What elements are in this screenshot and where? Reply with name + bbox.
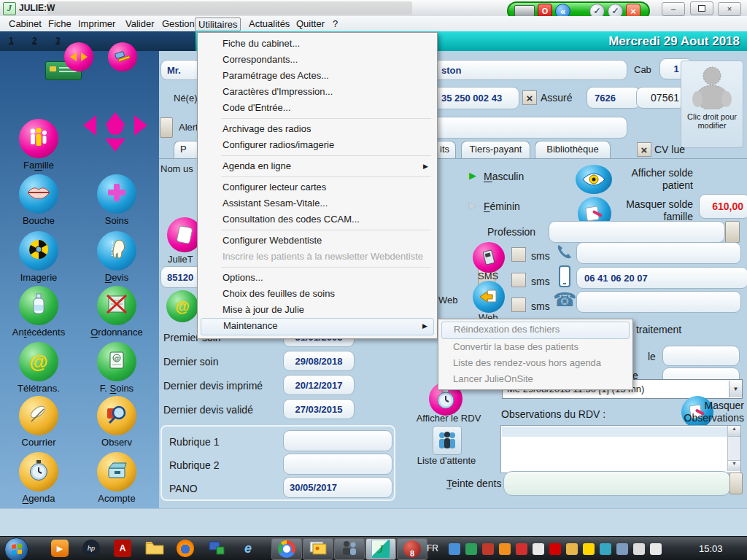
menu-item-configurer-lecteur-cartes[interactable]: Configurer lecteur cartes bbox=[201, 179, 434, 195]
swap-arrows-icon[interactable] bbox=[64, 42, 93, 71]
minimize-button[interactable]: – bbox=[662, 2, 685, 16]
submenu-item-liste-des-rendez-vous-hors-agenda[interactable]: Liste des rendez-vous hors agenda bbox=[441, 355, 630, 371]
menubar-item-utilitaires[interactable]: Utilitaires bbox=[195, 18, 241, 31]
hide-family-balance-label-1[interactable]: Masquer solde bbox=[616, 198, 693, 210]
taskbar-button-photo-viewer-icon[interactable] bbox=[303, 538, 333, 560]
clock[interactable]: 15:03 bbox=[699, 543, 723, 554]
adobe-reader-icon[interactable]: A bbox=[114, 540, 131, 557]
profession-field[interactable] bbox=[549, 221, 725, 243]
observations-textarea[interactable]: ▲ ▼ bbox=[500, 425, 741, 473]
menu-item-param-trage-des-actes[interactable]: Paramétrage des Actes... bbox=[201, 68, 434, 84]
menu-item-configurer-webdentiste[interactable]: Configurer Webdentiste bbox=[201, 233, 434, 249]
menubar-item-fiche[interactable]: Fiche bbox=[45, 18, 74, 30]
sidebar-button-ant-c-dents[interactable] bbox=[19, 286, 58, 325]
firefox-icon[interactable] bbox=[177, 540, 194, 557]
sms-checkbox-2[interactable] bbox=[511, 273, 526, 287]
menubar-item-valider[interactable]: Valider bbox=[123, 18, 158, 30]
sms-icon[interactable] bbox=[473, 242, 505, 273]
sidebar-button-agenda[interactable] bbox=[19, 452, 58, 491]
show-balance-label-2[interactable]: patient bbox=[616, 179, 693, 191]
scroll-down-icon[interactable]: ▼ bbox=[728, 460, 740, 471]
close-button[interactable]: × bbox=[718, 2, 741, 16]
feminin-arrow-icon[interactable]: ▶ bbox=[469, 200, 476, 211]
sms-checkbox-1[interactable] bbox=[511, 247, 526, 262]
submenu-item-convertir-la-base-des-patients[interactable]: Convertir la base des patients bbox=[441, 339, 630, 355]
menubar-item-gestion[interactable]: Gestion bbox=[159, 18, 198, 30]
menubar-item-imprimer[interactable]: Imprimer bbox=[75, 18, 118, 30]
sidebar-button-bouche[interactable] bbox=[19, 174, 58, 214]
tray-flag-icon[interactable] bbox=[533, 543, 544, 555]
menu-item-options[interactable]: Options... bbox=[201, 270, 434, 286]
tray-stack-icon[interactable] bbox=[499, 543, 511, 555]
menu-item-choix-des-feuilles-de-soins[interactable]: Choix des feuilles de soins bbox=[201, 286, 434, 302]
taskbar-button-julie-icon[interactable]: J bbox=[365, 538, 396, 560]
taskbar-button-app8-icon[interactable]: 8 bbox=[397, 538, 427, 560]
sidebar-button-courrier[interactable] bbox=[19, 396, 58, 435]
sidebar-button-acompte[interactable] bbox=[97, 452, 136, 491]
sidebar-button-soins[interactable] bbox=[97, 174, 136, 214]
cv-lue-checkbox[interactable]: × bbox=[637, 142, 651, 157]
nav-right-icon[interactable] bbox=[134, 115, 147, 136]
card-reader-icon[interactable] bbox=[514, 5, 535, 17]
taskbar-button-contacts-icon[interactable] bbox=[334, 538, 365, 560]
date-field-dernier-soin[interactable]: 29/08/2018 bbox=[283, 351, 355, 371]
nav-center-icon[interactable] bbox=[107, 119, 123, 135]
menu-item-maintenance[interactable]: Maintenance▶ bbox=[201, 318, 434, 335]
menubar-item-[interactable]: ? bbox=[330, 18, 341, 30]
menubar-item-actualit-s[interactable]: Actualités bbox=[246, 18, 293, 30]
menu-item-caract-res-d-impression[interactable]: Caractères d'Impression... bbox=[201, 84, 434, 100]
tab-bibliotheque[interactable]: Bibliothèque bbox=[535, 141, 611, 159]
afficher-rdv-label[interactable]: Afficher le RDV bbox=[412, 413, 485, 424]
tray-avira-icon[interactable] bbox=[549, 543, 561, 555]
sidebar-button-devis[interactable]: 123 bbox=[97, 231, 136, 271]
masquer-observations-label-1[interactable]: Masquer bbox=[693, 400, 744, 411]
masculin-option[interactable]: Masculin bbox=[484, 171, 524, 182]
teletrans-mini-icon[interactable]: @ bbox=[166, 290, 198, 322]
rubrique-field-pano[interactable]: 30/05/2017 bbox=[283, 477, 392, 498]
alert-side-button[interactable] bbox=[160, 117, 173, 138]
submenu-item-r-indexation-des-fichiers[interactable]: Réindexation des fichiers bbox=[441, 322, 630, 339]
menu-item-archivage-des-radios[interactable]: Archivage des radios bbox=[201, 121, 434, 137]
tray-sync-icon[interactable] bbox=[600, 543, 611, 555]
feminin-option[interactable]: Féminin bbox=[484, 201, 520, 212]
show-balance-label-1[interactable]: Afficher solde bbox=[616, 167, 693, 179]
tray-mail-icon[interactable] bbox=[566, 543, 578, 555]
maximize-button[interactable] bbox=[690, 1, 713, 15]
menu-item-configurer-radios-imagerie[interactable]: Configurer radios/imagerie bbox=[201, 137, 434, 153]
fax-field[interactable] bbox=[576, 291, 741, 313]
tray-volume-icon[interactable] bbox=[650, 543, 662, 555]
page-tab-1[interactable]: 1 bbox=[9, 36, 14, 46]
menu-item-mise-jour-de-julie[interactable]: Mise à jour de Julie bbox=[201, 302, 434, 318]
sidebar-button-famille[interactable] bbox=[19, 119, 58, 158]
page-tab-3[interactable]: 3 bbox=[55, 36, 61, 46]
tab-tiers-payant[interactable]: Tiers-payant bbox=[461, 141, 530, 159]
profession-browse-button[interactable] bbox=[725, 221, 740, 243]
teinte-dents-field[interactable] bbox=[503, 471, 731, 496]
display-icon[interactable] bbox=[208, 540, 225, 560]
mobile-field[interactable]: 06 41 06 20 07 bbox=[576, 267, 747, 289]
plan-date-field[interactable] bbox=[662, 346, 740, 366]
start-button[interactable] bbox=[4, 537, 28, 560]
taskbar-button-chrome-icon[interactable] bbox=[271, 538, 302, 560]
assure-num-field[interactable]: 7626 bbox=[587, 87, 640, 109]
menubar-item-quitter[interactable]: Quitter bbox=[293, 18, 328, 30]
teinte-dents-button[interactable] bbox=[729, 472, 743, 494]
menu-item-assistant-sesam-vitale[interactable]: Assistant Sesam-Vitale... bbox=[201, 195, 434, 211]
rubrique-field-rubrique-2[interactable] bbox=[283, 454, 392, 475]
civility-field[interactable]: Mr. bbox=[160, 60, 201, 80]
edit-tools-icon[interactable] bbox=[108, 42, 137, 71]
sidebar-button-ordonnance[interactable] bbox=[97, 286, 136, 325]
date-field-dernier-devis-imprim[interactable]: 20/12/2017 bbox=[283, 375, 355, 395]
assure-checkbox[interactable]: × bbox=[522, 90, 537, 105]
tray-search-icon[interactable] bbox=[583, 543, 595, 555]
menu-item-fiche-du-cabinet[interactable]: Fiche du cabinet... bbox=[201, 36, 434, 52]
language-indicator[interactable]: FR bbox=[427, 543, 438, 553]
sidebar-button-f-soins[interactable]: @ bbox=[97, 342, 136, 381]
show-balance-eye-icon[interactable] bbox=[576, 165, 612, 194]
explorer-icon[interactable] bbox=[145, 540, 164, 559]
menu-item-correspondants[interactable]: Correspondants... bbox=[201, 52, 434, 68]
masquer-observations-label-2[interactable]: Observations bbox=[678, 412, 744, 424]
scroll-up-icon[interactable]: ▲ bbox=[728, 426, 740, 437]
tray-d-icon[interactable] bbox=[465, 543, 477, 555]
sms-checkbox-3[interactable] bbox=[511, 298, 526, 312]
